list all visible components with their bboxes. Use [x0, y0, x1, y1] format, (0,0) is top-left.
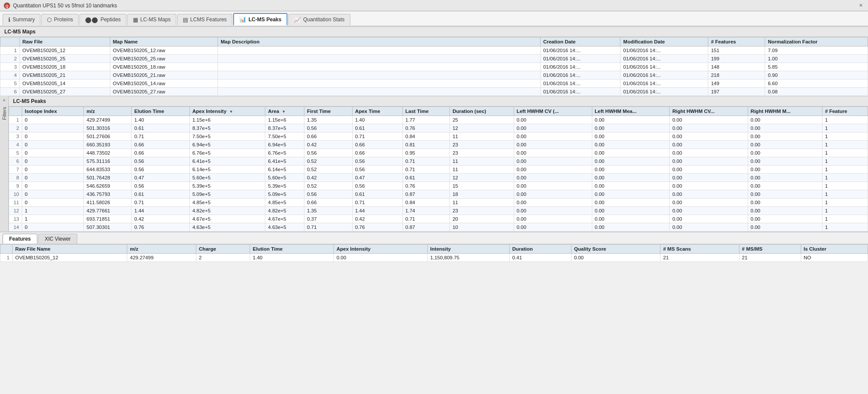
mz: 507.30301 [84, 223, 132, 232]
row-num: 10 [9, 190, 22, 199]
feat-col-is-cluster[interactable]: Is Cluster [801, 245, 868, 254]
apex-time: 0.61 [352, 124, 403, 132]
l-hwhm-cv: 0.00 [514, 223, 592, 232]
features: 148 [708, 63, 765, 71]
tab-lcms-features[interactable]: ▤ LCMS Features [177, 14, 232, 25]
feat-col-el-time[interactable]: Elution Time [250, 245, 334, 254]
r-hwhm-cv: 0.00 [670, 116, 748, 124]
row-num: 11 [9, 199, 22, 207]
map-desc [218, 79, 541, 88]
mz: 429.27499 [84, 116, 132, 124]
first-time: 0.52 [304, 182, 352, 190]
table-row: 8 0 501.76428 0.47 5.60e+5 5.60e+5 0.42 … [9, 174, 868, 182]
lcms-maps-table-wrapper[interactable]: Raw File Map Name Map Description Creati… [0, 37, 868, 96]
col-num [0, 37, 20, 46]
tab-peptides[interactable]: ⬤⬤ Peptides [79, 14, 126, 25]
lcms-peaks-table: Isotope Index m/z Elution Time Apex Inte… [9, 106, 868, 232]
feat-col-raw-file[interactable]: Raw File Name [13, 245, 127, 254]
tab-proteins[interactable]: ⬡ Proteins [41, 14, 79, 25]
mz: 693.71851 [84, 215, 132, 223]
close-button[interactable]: ✕ [857, 2, 865, 9]
tab-summary[interactable]: ℹ Summary [3, 14, 40, 25]
duration: 11 [450, 157, 514, 166]
peak-col-apex-int[interactable]: Apex Intensity ▼ [189, 107, 265, 116]
first-time: 1.35 [304, 116, 352, 124]
peak-col-features[interactable]: # Feature [822, 107, 868, 116]
row-num: 14 [9, 223, 22, 232]
col-map-desc[interactable]: Map Description [218, 37, 541, 46]
col-features[interactable]: # Features [708, 37, 765, 46]
msms: 21 [739, 254, 801, 262]
feat-col-ms-scans[interactable]: # MS Scans [660, 245, 739, 254]
col-raw-file[interactable]: Raw File [20, 37, 110, 46]
features: 218 [708, 71, 765, 79]
table-row: 14 0 507.30301 0.76 4.63e+5 4.63e+5 0.71… [9, 223, 868, 232]
last-time: 0.95 [403, 149, 450, 157]
peak-col-mz[interactable]: m/z [84, 107, 132, 116]
l-hwhm-mea: 0.00 [592, 149, 670, 157]
bottom-table-wrapper[interactable]: Raw File Name m/z Charge Elution Time Ap… [0, 244, 868, 262]
row-num: 4 [0, 71, 20, 79]
sidebar-arrow[interactable]: » [2, 96, 7, 104]
l-hwhm-cv: 0.00 [514, 215, 592, 223]
table-row: 1 OVEMB150205_12 429.27499 2 1.40 0.00 1… [0, 254, 868, 262]
peak-col-area[interactable]: Area ▼ [265, 107, 304, 116]
l-hwhm-mea: 0.00 [592, 132, 670, 141]
features: 1 [822, 116, 868, 124]
feat-col-msms[interactable]: # MS/MS [739, 245, 801, 254]
tab-lc-ms-peaks[interactable]: 📊 LC-MS Peaks [233, 13, 287, 26]
col-modification-date[interactable]: Modification Date [620, 37, 708, 46]
features: 151 [708, 46, 765, 55]
tab-quantitation-stats[interactable]: 📈 Quantitation Stats [288, 14, 350, 25]
r-hwhm-m: 0.00 [748, 166, 822, 174]
l-hwhm-cv: 0.00 [514, 132, 592, 141]
peak-col-duration[interactable]: Duration (sec) [450, 107, 514, 116]
iso-index: 0 [22, 174, 84, 182]
peak-col-first-time[interactable]: First Time [304, 107, 352, 116]
last-time: 1.77 [403, 116, 450, 124]
duration: 11 [450, 166, 514, 174]
peak-col-apex-time[interactable]: Apex Time [352, 107, 403, 116]
peak-col-l-hwhm-cv[interactable]: Left HWHM CV (... [514, 107, 592, 116]
feat-col-duration[interactable]: Duration [509, 245, 571, 254]
l-hwhm-cv: 0.00 [514, 149, 592, 157]
apex-int-sort-icon: ▼ [229, 109, 233, 114]
feat-col-apex-int[interactable]: Apex Intensity [333, 245, 427, 254]
bottom-tab-features[interactable]: Features [3, 234, 37, 244]
peak-col-el-time[interactable]: Elution Time [132, 107, 190, 116]
peak-col-iso-index[interactable]: Isotope Index [22, 107, 84, 116]
feat-col-qual-score[interactable]: Quality Score [571, 245, 660, 254]
peak-col-l-hwhm-mea[interactable]: Left HWHM Mea... [592, 107, 670, 116]
apex-time: 1.44 [352, 207, 403, 215]
filters-label[interactable]: Filters [1, 104, 8, 123]
feat-col-mz[interactable]: m/z [127, 245, 196, 254]
features: 1 [822, 215, 868, 223]
l-hwhm-mea: 0.00 [592, 215, 670, 223]
peak-col-last-time[interactable]: Last Time [403, 107, 450, 116]
features: 1 [822, 190, 868, 199]
peak-col-r-hwhm-cv[interactable]: Right HWHM CV... [670, 107, 748, 116]
feat-col-charge[interactable]: Charge [196, 245, 250, 254]
mz: 575.31116 [84, 157, 132, 166]
col-norm-factor[interactable]: Normalization Factor [765, 37, 868, 46]
creation-date: 01/06/2016 14:... [540, 88, 620, 96]
r-hwhm-cv: 0.00 [670, 215, 748, 223]
peak-col-r-hwhm-m[interactable]: Right HWHM M... [748, 107, 822, 116]
lcms-peaks-table-wrapper[interactable]: Isotope Index m/z Elution Time Apex Inte… [9, 106, 868, 232]
map-name: OVEMB150205_12.raw [110, 46, 218, 55]
feat-col-intensity[interactable]: Intensity [427, 245, 509, 254]
lcms-peaks-header: LC-MS Peaks [9, 96, 868, 106]
features: 1 [822, 199, 868, 207]
row-num: 3 [9, 132, 22, 141]
bottom-tab-xic-viewer[interactable]: XIC Viewer [38, 234, 77, 244]
app-icon: Q [3, 2, 10, 9]
last-time: 0.71 [403, 157, 450, 166]
bottom-panel: Features XIC Viewer Raw File Name m/z Ch… [0, 232, 868, 262]
creation-date: 01/06/2016 14:... [540, 63, 620, 71]
raw-file: OVEMB150205_18 [20, 63, 110, 71]
col-creation-date[interactable]: Creation Date [540, 37, 620, 46]
l-hwhm-mea: 0.00 [592, 199, 670, 207]
tab-lcms-maps[interactable]: ▦ LC-MS Maps [127, 14, 176, 25]
map-name: OVEMB150205_14.raw [110, 79, 218, 88]
col-map-name[interactable]: Map Name [110, 37, 218, 46]
